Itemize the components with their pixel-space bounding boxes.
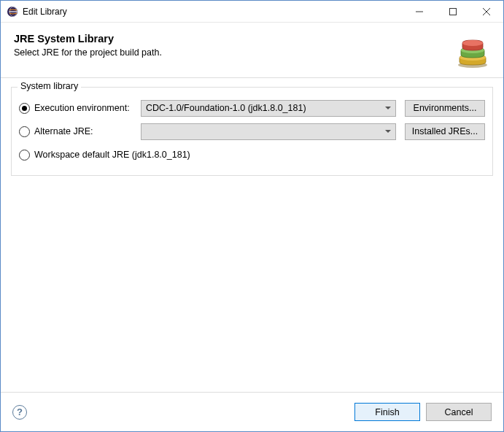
environments-button[interactable]: Environments... — [405, 100, 485, 117]
page-title: JRE System Library — [14, 33, 451, 45]
system-library-group: System library Execution environment: CD… — [11, 87, 493, 176]
installed-jres-button[interactable]: Installed JREs... — [405, 123, 485, 140]
page-description: Select JRE for the project build path. — [14, 47, 451, 58]
workspace-radio[interactable] — [19, 150, 30, 161]
alt-jre-combo[interactable] — [141, 123, 396, 140]
window-controls — [403, 1, 503, 23]
exec-env-combo[interactable]: CDC-1.0/Foundation-1.0 (jdk1.8.0_181) — [141, 100, 396, 117]
close-button[interactable] — [470, 1, 503, 23]
minimize-button[interactable] — [403, 1, 436, 23]
alt-jre-label[interactable]: Alternate JRE: — [34, 126, 136, 136]
chevron-down-icon — [385, 107, 391, 109]
svg-point-9 — [462, 40, 483, 46]
alt-jre-radio[interactable] — [19, 126, 30, 137]
exec-env-row: Execution environment: CDC-1.0/Foundatio… — [19, 98, 485, 118]
help-icon[interactable]: ? — [12, 405, 27, 420]
title-bar: Edit Library — [1, 1, 503, 23]
chevron-down-icon — [385, 130, 391, 133]
dialog-header: JRE System Library Select JRE for the pr… — [1, 23, 503, 78]
finish-button[interactable]: Finish — [354, 403, 420, 421]
svg-rect-3 — [450, 8, 457, 15]
main-content: System library Execution environment: CD… — [1, 78, 503, 392]
alt-jre-row: Alternate JRE: Installed JREs... — [19, 121, 485, 142]
workspace-row: Workspace default JRE (jdk1.8.0_181) — [19, 144, 485, 165]
cancel-button[interactable]: Cancel — [426, 403, 492, 421]
exec-env-label[interactable]: Execution environment: — [34, 103, 136, 113]
exec-env-combo-value: CDC-1.0/Foundation-1.0 (jdk1.8.0_181) — [146, 103, 306, 113]
exec-env-radio[interactable] — [19, 103, 30, 114]
dialog-footer: ? Finish Cancel — [1, 392, 503, 431]
library-icon — [451, 33, 490, 69]
window-title: Edit Library — [23, 7, 403, 17]
workspace-label[interactable]: Workspace default JRE (jdk1.8.0_181) — [34, 150, 190, 160]
group-label: System library — [18, 81, 81, 91]
eclipse-icon — [7, 6, 18, 18]
maximize-button[interactable] — [436, 1, 470, 23]
